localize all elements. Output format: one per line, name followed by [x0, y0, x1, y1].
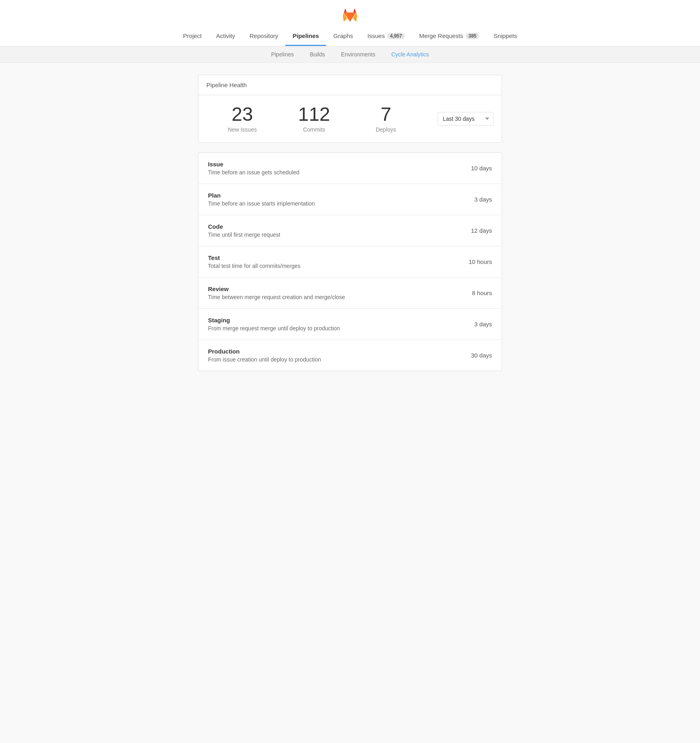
- cycle-item-staging-title: Staging: [208, 317, 458, 324]
- nav-item-issues[interactable]: Issues 4,957: [360, 27, 412, 46]
- cycle-analytics-list: Issue Time before an issue gets schedule…: [198, 152, 502, 371]
- cycle-item-production-title: Production: [208, 348, 455, 355]
- pipeline-health-card: Pipeline Health 23 New Issues 112 Commit…: [198, 75, 502, 143]
- cycle-item-code: Code Time until first merge request 12 d…: [198, 215, 502, 246]
- issues-badge: 4,957: [387, 33, 405, 39]
- date-range-select[interactable]: Last 30 days Last 7 days Last 90 days La…: [438, 112, 494, 126]
- pipeline-health-header: Pipeline Health: [198, 75, 502, 95]
- cycle-item-staging-left: Staging From merge request merge until d…: [208, 317, 458, 332]
- cycle-item-issue: Issue Time before an issue gets schedule…: [198, 153, 502, 184]
- cycle-item-review-title: Review: [208, 286, 456, 292]
- cycle-item-plan-title: Plan: [208, 192, 458, 199]
- cycle-item-test-desc: Total test time for all commits/merges: [208, 263, 453, 269]
- stat-commits-label: Commits: [278, 126, 350, 133]
- main-content: Pipeline Health 23 New Issues 112 Commit…: [190, 75, 510, 371]
- stat-new-issues-label: New Issues: [206, 126, 278, 133]
- cycle-item-review-value: 8 hours: [472, 290, 492, 296]
- cycle-item-plan: Plan Time before an issue starts impleme…: [198, 184, 502, 215]
- cycle-item-production-value: 30 days: [471, 352, 492, 359]
- sub-nav-builds[interactable]: Builds: [302, 46, 333, 62]
- cycle-item-review: Review Time between merge request creati…: [198, 278, 502, 309]
- cycle-item-issue-value: 10 days: [471, 165, 492, 172]
- cycle-item-review-left: Review Time between merge request creati…: [208, 286, 456, 300]
- stat-commits-value: 112: [278, 105, 350, 124]
- cycle-item-review-desc: Time between merge request creation and …: [208, 294, 456, 300]
- cycle-item-staging: Staging From merge request merge until d…: [198, 309, 502, 340]
- nav-item-pipelines[interactable]: Pipelines: [285, 27, 326, 46]
- nav-item-project[interactable]: Project: [176, 27, 209, 46]
- cycle-item-plan-left: Plan Time before an issue starts impleme…: [208, 192, 458, 207]
- stats-row: 23 New Issues 112 Commits 7 Deploys Last…: [206, 105, 494, 133]
- cycle-item-code-value: 12 days: [471, 227, 492, 234]
- nav-item-repository[interactable]: Repository: [242, 27, 286, 46]
- stat-new-issues: 23 New Issues: [206, 105, 278, 133]
- cycle-item-plan-desc: Time before an issue starts implementati…: [208, 200, 458, 207]
- nav-item-activity[interactable]: Activity: [209, 27, 242, 46]
- sub-navigation: Pipelines Builds Environments Cycle Anal…: [0, 46, 700, 63]
- cycle-item-test: Test Total test time for all commits/mer…: [198, 246, 502, 278]
- pipeline-health-body: 23 New Issues 112 Commits 7 Deploys Last…: [198, 95, 502, 142]
- stat-deploys: 7 Deploys: [350, 105, 422, 133]
- cycle-item-issue-left: Issue Time before an issue gets schedule…: [208, 161, 455, 176]
- stat-deploys-label: Deploys: [350, 126, 422, 133]
- cycle-item-plan-value: 3 days: [474, 196, 492, 203]
- logo-area: [342, 0, 358, 27]
- nav-item-graphs[interactable]: Graphs: [326, 27, 360, 46]
- cycle-item-test-value: 10 hours: [469, 258, 492, 265]
- cycle-item-test-left: Test Total test time for all commits/mer…: [208, 254, 453, 269]
- cycle-item-production-desc: From issue creation until deploy to prod…: [208, 356, 455, 363]
- cycle-item-test-title: Test: [208, 254, 453, 261]
- gitlab-logo: [342, 6, 358, 22]
- sub-nav-pipelines[interactable]: Pipelines: [263, 46, 302, 62]
- merge-requests-badge: 385: [466, 33, 479, 39]
- nav-item-merge-requests[interactable]: Merge Requests 385: [412, 27, 486, 46]
- sub-nav-environments[interactable]: Environments: [333, 46, 384, 62]
- cycle-item-code-title: Code: [208, 223, 455, 230]
- stat-new-issues-value: 23: [206, 105, 278, 124]
- date-select-wrapper: Last 30 days Last 7 days Last 90 days La…: [422, 112, 494, 126]
- cycle-item-issue-desc: Time before an issue gets scheduled: [208, 169, 455, 176]
- cycle-item-code-desc: Time until first merge request: [208, 232, 455, 238]
- stat-commits: 112 Commits: [278, 105, 350, 133]
- cycle-item-issue-title: Issue: [208, 161, 455, 168]
- nav-item-snippets[interactable]: Snippets: [486, 27, 524, 46]
- cycle-item-code-left: Code Time until first merge request: [208, 223, 455, 238]
- cycle-item-production: Production From issue creation until dep…: [198, 340, 502, 371]
- cycle-item-production-left: Production From issue creation until dep…: [208, 348, 455, 363]
- main-nav: Project Activity Repository Pipelines Gr…: [168, 27, 532, 46]
- cycle-item-staging-value: 3 days: [474, 321, 492, 328]
- cycle-item-staging-desc: From merge request merge until deploy to…: [208, 325, 458, 332]
- stat-deploys-value: 7: [350, 105, 422, 124]
- sub-nav-cycle-analytics[interactable]: Cycle Analytics: [383, 46, 437, 62]
- top-navigation: Project Activity Repository Pipelines Gr…: [0, 0, 700, 46]
